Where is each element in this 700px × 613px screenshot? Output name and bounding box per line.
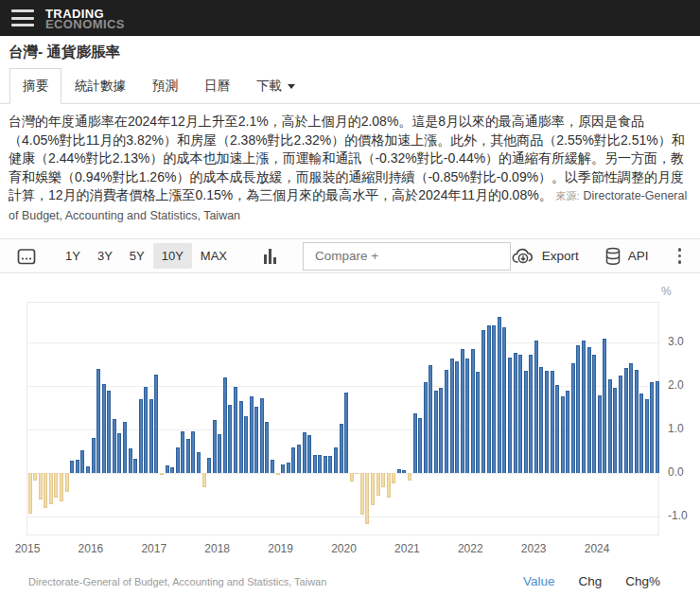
data-bar[interactable] — [166, 465, 169, 473]
data-bar[interactable] — [619, 376, 622, 473]
data-bar[interactable] — [397, 469, 401, 473]
data-bar[interactable] — [33, 473, 37, 482]
data-bar[interactable] — [650, 382, 654, 473]
data-bar[interactable] — [476, 372, 480, 473]
data-bar[interactable] — [197, 452, 201, 473]
data-bar[interactable] — [102, 384, 106, 473]
data-bar[interactable] — [49, 473, 53, 505]
api-button[interactable]: API — [604, 247, 649, 266]
data-bar[interactable] — [455, 361, 459, 473]
data-bar[interactable] — [181, 431, 184, 473]
data-bar[interactable] — [613, 388, 617, 473]
range-3y[interactable]: 3Y — [89, 243, 121, 269]
data-bar[interactable] — [465, 359, 469, 473]
data-bar[interactable] — [355, 473, 359, 474]
data-bar[interactable] — [207, 458, 211, 473]
data-bar[interactable] — [334, 447, 338, 473]
data-bar[interactable] — [228, 405, 232, 473]
data-bar[interactable] — [498, 317, 501, 473]
data-bar[interactable] — [129, 448, 132, 473]
data-bar[interactable] — [340, 424, 343, 473]
data-bar[interactable] — [434, 391, 438, 473]
mode-value[interactable]: Value — [523, 574, 555, 588]
data-bar[interactable] — [250, 396, 254, 473]
data-bar[interactable] — [223, 377, 227, 473]
data-bar[interactable] — [461, 349, 464, 473]
data-bar[interactable] — [160, 473, 164, 475]
data-bar[interactable] — [170, 467, 174, 473]
data-bar[interactable] — [260, 398, 264, 473]
data-bar[interactable] — [387, 473, 391, 499]
data-bar[interactable] — [439, 388, 443, 473]
data-bar[interactable] — [555, 385, 559, 473]
data-bar[interactable] — [213, 420, 217, 473]
data-bar[interactable] — [645, 399, 649, 473]
data-bar[interactable] — [54, 473, 58, 498]
data-bar[interactable] — [144, 387, 148, 473]
data-bar[interactable] — [39, 473, 43, 500]
tab-日曆[interactable]: 日曆 — [191, 68, 243, 104]
data-bar[interactable] — [534, 341, 538, 473]
data-bar[interactable] — [635, 370, 639, 473]
data-bar[interactable] — [113, 419, 116, 473]
data-bar[interactable] — [418, 418, 422, 473]
data-bar[interactable] — [608, 379, 612, 472]
data-bar[interactable] — [582, 341, 586, 473]
data-bar[interactable] — [324, 456, 327, 473]
data-bar[interactable] — [413, 413, 417, 473]
data-bar[interactable] — [392, 473, 395, 483]
data-bar[interactable] — [107, 391, 111, 473]
data-bar[interactable] — [529, 355, 533, 473]
data-bar[interactable] — [571, 363, 575, 473]
data-bar[interactable] — [518, 355, 522, 473]
data-bar[interactable] — [86, 466, 90, 472]
data-bar[interactable] — [408, 473, 411, 481]
data-bar[interactable] — [524, 371, 528, 473]
data-bar[interactable] — [291, 447, 295, 473]
data-bar[interactable] — [450, 359, 454, 473]
data-bar[interactable] — [365, 473, 369, 525]
data-bar[interactable] — [402, 470, 406, 473]
data-bar[interactable] — [76, 460, 79, 473]
data-bar[interactable] — [545, 371, 549, 473]
data-bar[interactable] — [360, 473, 364, 516]
data-bar[interactable] — [429, 365, 432, 473]
data-bar[interactable] — [239, 401, 243, 472]
data-bar[interactable] — [424, 382, 428, 473]
tab-統計數據[interactable]: 統計數據 — [61, 68, 139, 104]
data-bar[interactable] — [508, 358, 512, 473]
data-bar[interactable] — [492, 325, 496, 473]
data-bar[interactable] — [139, 399, 143, 473]
chart-type-icon[interactable] — [264, 249, 276, 264]
data-bar[interactable] — [445, 370, 448, 473]
data-bar[interactable] — [186, 439, 190, 472]
export-button[interactable]: Export — [511, 248, 579, 265]
data-bar[interactable] — [603, 339, 606, 473]
data-bar[interactable] — [303, 432, 306, 473]
data-bar[interactable] — [624, 368, 628, 473]
data-bar[interactable] — [70, 461, 74, 473]
data-bar[interactable] — [313, 455, 317, 472]
data-bar[interactable] — [381, 473, 385, 487]
tab-摘要[interactable]: 摘要 — [9, 68, 61, 104]
data-bar[interactable] — [576, 345, 580, 473]
data-bar[interactable] — [566, 391, 569, 473]
data-bar[interactable] — [149, 399, 153, 473]
data-bar[interactable] — [376, 473, 380, 496]
data-bar[interactable] — [191, 431, 195, 473]
data-bar[interactable] — [234, 387, 237, 473]
data-bar[interactable] — [598, 395, 602, 473]
data-bar[interactable] — [287, 463, 290, 473]
tab-下載[interactable]: 下載 — [243, 68, 308, 104]
data-bar[interactable] — [561, 396, 565, 473]
data-bar[interactable] — [202, 473, 206, 487]
more-options-icon[interactable] — [674, 246, 686, 266]
data-bar[interactable] — [307, 435, 311, 473]
data-bar[interactable] — [629, 363, 633, 473]
data-bar[interactable] — [471, 349, 475, 473]
data-bar[interactable] — [587, 347, 591, 473]
mode-chg%[interactable]: Chg% — [625, 574, 660, 588]
brand-logo[interactable]: TRADING ECONOMICS — [45, 7, 125, 29]
plot-area[interactable]: 3.02.01.00.0-1.0201520162017201820192020… — [26, 302, 659, 535]
data-bar[interactable] — [502, 327, 506, 473]
